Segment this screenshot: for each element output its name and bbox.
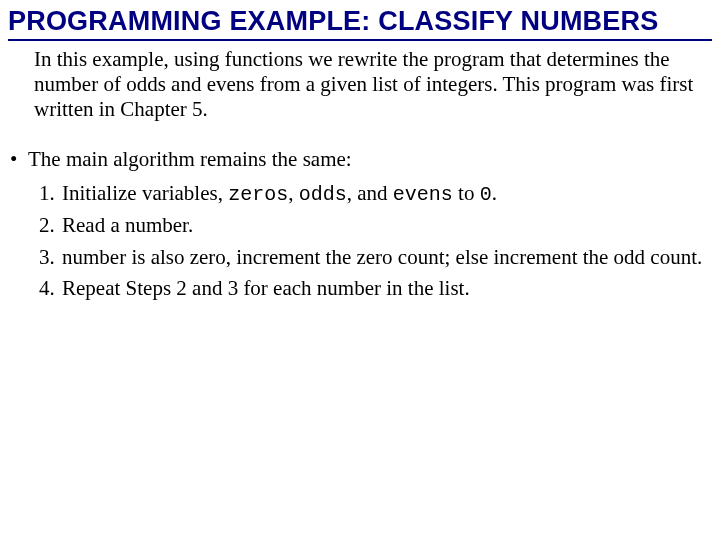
step-1-text-d: to — [453, 181, 480, 205]
step-1-var-evens: evens — [393, 183, 453, 206]
bullet-label: The main algorithm remains the same: — [28, 147, 352, 171]
step-3: number is also zero, increment the zero … — [60, 245, 704, 270]
step-1-text-e: . — [492, 181, 497, 205]
step-1-text-b: , — [288, 181, 299, 205]
step-1-var-zeros: zeros — [228, 183, 288, 206]
step-1: Initialize variables, zeros, odds, and e… — [60, 181, 704, 207]
step-1-text-c: , and — [347, 181, 393, 205]
slide: PROGRAMMING EXAMPLE: CLASSIFY NUMBERS In… — [0, 0, 720, 301]
algorithm-steps: Initialize variables, zeros, odds, and e… — [60, 181, 704, 301]
main-bullet: • The main algorithm remains the same: — [10, 147, 712, 171]
bullet-dot-icon: • — [10, 147, 28, 171]
step-3-text: number is also zero, increment the zero … — [62, 245, 704, 270]
slide-title: PROGRAMMING EXAMPLE: CLASSIFY NUMBERS — [8, 6, 712, 41]
step-4: Repeat Steps 2 and 3 for each number in … — [60, 276, 704, 301]
intro-paragraph: In this example, using functions we rewr… — [34, 47, 704, 121]
step-1-var-odds: odds — [299, 183, 347, 206]
step-2: Read a number. — [60, 213, 704, 238]
step-1-var-zero: 0 — [480, 183, 492, 206]
step-1-text-a: Initialize variables, — [62, 181, 228, 205]
